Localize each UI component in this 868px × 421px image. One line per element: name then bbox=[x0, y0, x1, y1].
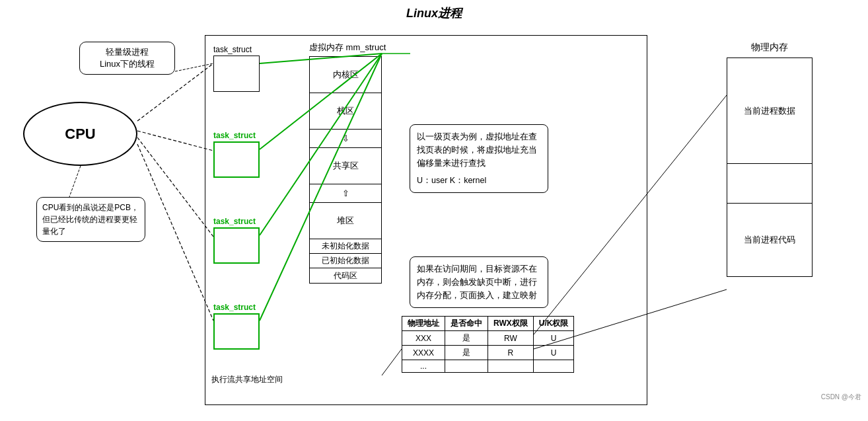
page-fault-text: 如果在访问期间，目标资源不在内存，则会触发缺页中断，进行内存分配，页面换入，建立… bbox=[417, 262, 541, 302]
table-row: XXX 是 RW U bbox=[402, 331, 574, 346]
task-struct-2-box bbox=[213, 141, 260, 178]
phys-mem-code: 当前进程代码 bbox=[727, 204, 812, 276]
cell-uk-1: U bbox=[533, 331, 574, 346]
cell-hit-1: 是 bbox=[445, 331, 488, 346]
vmem-shared: 共享区 bbox=[310, 148, 381, 184]
task-struct-4-label: task_struct bbox=[213, 303, 260, 312]
task-struct-1-box bbox=[213, 56, 260, 92]
phys-table-header-4: U/K权限 bbox=[533, 317, 574, 331]
vmem-code: 代码区 bbox=[310, 268, 381, 283]
task-struct-3-area: task_struct bbox=[213, 217, 260, 264]
task-struct-1-area: task_struct bbox=[213, 45, 260, 92]
cpu-desc-text: CPU看到的虽说还是PCB，但已经比传统的进程要更轻量化了 bbox=[42, 203, 139, 236]
task-struct-4-box bbox=[213, 313, 260, 350]
cpu-ellipse: CPU bbox=[23, 102, 137, 166]
phys-table-header-3: RWX权限 bbox=[488, 317, 534, 331]
phys-table-header-1: 物理地址 bbox=[402, 317, 445, 331]
vmem-kernel: 内核区 bbox=[310, 57, 381, 93]
cell-rwx-3 bbox=[488, 360, 534, 373]
phys-mem-area: 物理内存 当前进程数据 当前进程代码 bbox=[727, 42, 813, 277]
phys-table: 物理地址 是否命中 RWX权限 U/K权限 XXX 是 RW U XXXX 是 … bbox=[402, 316, 574, 373]
vmem-data: 已初始化数据 bbox=[310, 254, 381, 268]
page-table-text: 以一级页表为例，虚拟地址在查找页表的时候，将虚拟地址充当偏移量来进行查找 bbox=[417, 130, 541, 170]
table-row: ... bbox=[402, 360, 574, 373]
page-table-box: 以一级页表为例，虚拟地址在查找页表的时候，将虚拟地址充当偏移量来进行查找 U：u… bbox=[410, 124, 548, 193]
phys-mem-data: 当前进程数据 bbox=[727, 58, 812, 164]
cpu-desc-box: CPU看到的虽说还是PCB，但已经比传统的进程要更轻量化了 bbox=[36, 197, 145, 242]
svg-line-3 bbox=[137, 144, 213, 321]
speech-line2: Linux下的线程 bbox=[87, 58, 168, 70]
cell-addr-1: XXX bbox=[402, 331, 445, 346]
task-struct-1-label: task_struct bbox=[213, 45, 260, 54]
cpu-label: CPU bbox=[65, 126, 95, 143]
phys-mem-empty bbox=[727, 164, 812, 204]
vmem-stack: 栈区 bbox=[310, 93, 381, 130]
vmem-arrow-down: ⇩ bbox=[310, 130, 381, 148]
cell-hit-3 bbox=[445, 360, 488, 373]
phys-mem-title: 物理内存 bbox=[727, 42, 813, 54]
vmem-title: 虚拟内存 mm_struct bbox=[309, 42, 386, 54]
speech-line1: 轻量级进程 bbox=[87, 46, 168, 58]
cell-uk-2: U bbox=[533, 346, 574, 360]
task-struct-4-area: task_struct bbox=[213, 303, 260, 350]
vmem-heap: 堆区 bbox=[310, 203, 381, 239]
page-fault-box: 如果在访问期间，目标资源不在内存，则会触发缺页中断，进行内存分配，页面换入，建立… bbox=[410, 256, 548, 308]
cell-uk-3 bbox=[533, 360, 574, 373]
vmem-bss: 未初始化数据 bbox=[310, 239, 381, 254]
task-struct-2-label: task_struct bbox=[213, 131, 260, 140]
cell-addr-2: XXXX bbox=[402, 346, 445, 360]
task-struct-2-area: task_struct bbox=[213, 131, 260, 178]
table-row: XXXX 是 R U bbox=[402, 346, 574, 360]
phys-table-header-2: 是否命中 bbox=[445, 317, 488, 331]
phys-mem-box: 当前进程数据 当前进程代码 bbox=[727, 57, 813, 277]
watermark: CSDN @今君 bbox=[821, 393, 861, 402]
svg-line-1 bbox=[137, 131, 213, 151]
main-title: Linux进程 bbox=[0, 5, 868, 21]
svg-line-5 bbox=[69, 166, 81, 197]
svg-line-2 bbox=[137, 137, 213, 237]
vmem-area: 虚拟内存 mm_struct 内核区 栈区 ⇩ 共享区 ⇧ 堆区 未初始化数据 … bbox=[309, 42, 386, 284]
cell-rwx-2: R bbox=[488, 346, 534, 360]
cell-rwx-1: RW bbox=[488, 331, 534, 346]
task-struct-3-label: task_struct bbox=[213, 217, 260, 226]
vmem-box: 内核区 栈区 ⇩ 共享区 ⇧ 堆区 未初始化数据 已初始化数据 代码区 bbox=[309, 56, 382, 284]
page-table-note: U：user K：kernel bbox=[417, 174, 541, 187]
cell-hit-2: 是 bbox=[445, 346, 488, 360]
bottom-label: 执行流共享地址空间 bbox=[211, 374, 283, 385]
speech-bubble: 轻量级进程 Linux下的线程 bbox=[79, 42, 175, 75]
task-struct-3-box bbox=[213, 227, 260, 264]
vmem-arrow-up: ⇧ bbox=[310, 184, 381, 203]
diagram-container: Linux进程 CPU 轻量级进程 Linux下的线程 CPU看到的虽说还是PC… bbox=[0, 5, 868, 408]
cell-addr-3: ... bbox=[402, 360, 445, 373]
